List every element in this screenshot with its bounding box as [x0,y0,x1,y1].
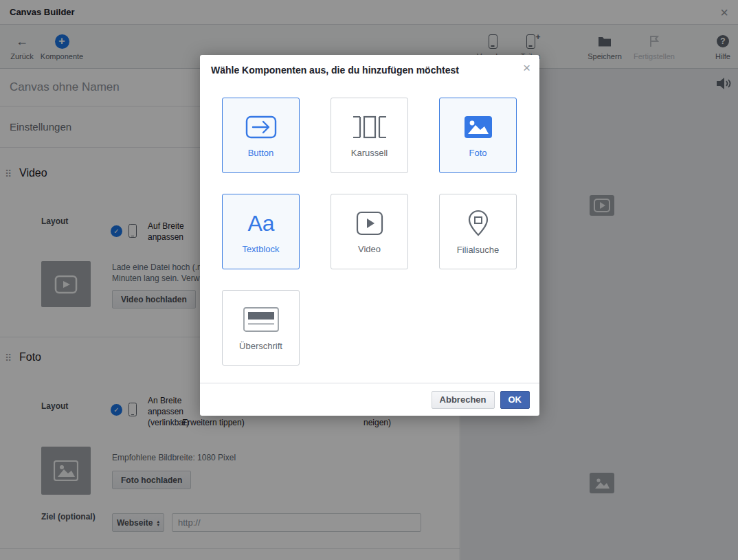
modal-header: Wähle Komponenten aus, die du hinzufügen… [200,55,539,76]
component-picker-modal: Wähle Komponenten aus, die du hinzufügen… [200,55,539,416]
cancel-button[interactable]: Abbrechen [432,391,495,409]
component-card-video[interactable]: Video [331,194,408,269]
textblock-component-icon: Aa [243,210,279,237]
card-label: Button [248,148,274,158]
photo-component-icon [462,113,495,141]
component-card-button[interactable]: Button [222,98,300,173]
card-label: Überschrift [239,341,282,351]
modal-footer: Abbrechen OK [200,383,539,416]
canvas-builder-app: Canvas Builder × ← Zurück + Komponente V… [0,0,738,560]
video-component-icon [353,210,386,237]
card-label: Filialsuche [457,245,499,255]
component-card-ueberschrift[interactable]: Überschrift [222,290,300,366]
card-label: Video [358,244,381,254]
component-card-karussell[interactable]: Karussell [331,98,408,173]
component-card-foto[interactable]: Foto [439,98,517,173]
card-label: Textblock [242,244,279,254]
heading-component-icon [243,305,280,334]
modal-title: Wähle Komponenten aus, die du hinzufügen… [211,65,459,76]
modal-close-icon[interactable]: × [523,62,530,74]
card-label: Foto [469,148,487,158]
button-component-icon [245,113,278,141]
card-label: Karussell [351,148,388,158]
ok-button[interactable]: OK [500,391,530,409]
component-card-filialsuche[interactable]: Filialsuche [439,194,517,269]
component-card-textblock[interactable]: Aa Textblock [222,194,300,269]
svg-text:Aa: Aa [247,211,274,236]
store-locator-component-icon [462,209,495,238]
carousel-component-icon [353,113,386,141]
